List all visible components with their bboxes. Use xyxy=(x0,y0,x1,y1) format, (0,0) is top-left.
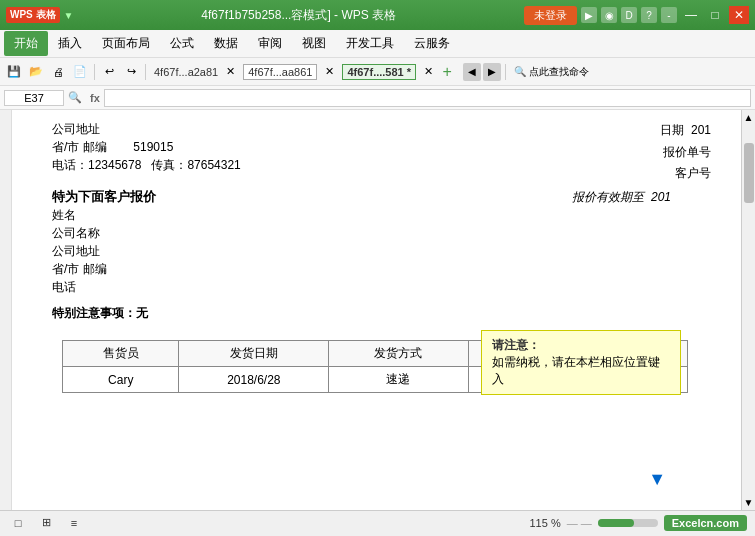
toolbar-sep1 xyxy=(94,64,95,80)
file-x2: ✕ xyxy=(325,65,334,78)
tooltip-title: 请注意： xyxy=(492,337,670,354)
toolbar-sep3 xyxy=(505,64,506,80)
customer-phone-label: 电话 xyxy=(52,278,76,296)
scroll-thumb[interactable] xyxy=(744,143,754,203)
print2-button[interactable]: 📄 xyxy=(70,62,90,82)
phone-value: 电话：12345678 xyxy=(52,156,141,174)
menu-item-dev[interactable]: 开发工具 xyxy=(336,31,404,56)
formula-input[interactable] xyxy=(104,89,751,107)
login-button[interactable]: 未登录 xyxy=(524,6,577,25)
toolbar-icon-1[interactable]: ▶ xyxy=(581,7,597,23)
scroll-up-button[interactable]: ▲ xyxy=(744,110,754,123)
cell-salesperson: Cary xyxy=(63,367,179,393)
menu-item-review[interactable]: 审阅 xyxy=(248,31,292,56)
company-name-row: 公司名称 xyxy=(52,224,711,242)
tooltip-content: 如需纳税，请在本栏相应位置键入 xyxy=(492,354,670,388)
name-label: 姓名 xyxy=(52,206,76,224)
toolbar-icon-5[interactable]: - xyxy=(661,7,677,23)
search-button[interactable]: 🔍 点此查找命令 xyxy=(510,62,593,82)
menu-item-insert[interactable]: 插入 xyxy=(48,31,92,56)
menu-item-data[interactable]: 数据 xyxy=(204,31,248,56)
print-button[interactable]: 🖨 xyxy=(48,62,68,82)
cell-reference-input[interactable] xyxy=(4,90,64,106)
status-left: □ ⊞ ≡ xyxy=(8,513,84,533)
quote-no-label: 报价单号 xyxy=(660,142,711,164)
maximize-button[interactable]: □ xyxy=(705,6,725,24)
table-header-shipdate: 发货日期 xyxy=(179,341,329,367)
phone-row: 电话：12345678 传真：87654321 xyxy=(52,156,711,174)
status-bar: □ ⊞ ≡ 115 % — — Excelcn.com xyxy=(0,510,755,534)
name-row: 姓名 xyxy=(52,206,711,224)
company-address-row: 公司地址 xyxy=(52,120,711,138)
zoom-level: 115 % xyxy=(529,517,560,529)
status-right: 115 % — — Excelcn.com xyxy=(529,515,747,531)
minimize-button[interactable]: — xyxy=(681,6,701,24)
company-name-label: 公司名称 xyxy=(52,224,100,242)
special-note-row: 特别注意事项：无 xyxy=(52,304,711,322)
title-bar: WPS 表格 ▼ 4f67f1b75b258...容模式] - WPS 表格 未… xyxy=(0,0,755,30)
file-x: ✕ xyxy=(226,65,235,78)
right-info: 日期 201 报价单号 客户号 xyxy=(660,120,711,185)
quote-title-row: 特为下面客户报价 报价有效期至 201 xyxy=(52,188,711,206)
redo-button[interactable]: ↪ xyxy=(121,62,141,82)
toolbar: 💾 📂 🖨 📄 ↩ ↪ 4f67f...a2a81 ✕ 4f67f...aa86… xyxy=(0,58,755,86)
table-header-shipmethod: 发货方式 xyxy=(329,341,468,367)
customer-address-row: 公司地址 xyxy=(52,242,711,260)
sheet-area: 日期 201 报价单号 客户号 公司地址 省/市 邮编 519015 电话：12… xyxy=(12,110,741,510)
vertical-scrollbar[interactable]: ▲ ▼ xyxy=(741,110,755,510)
menu-item-view[interactable]: 视图 xyxy=(292,31,336,56)
tab-nav: ◀ ▶ xyxy=(463,63,501,81)
city-zip-label: 省/市 邮编 xyxy=(52,260,107,278)
tooltip-box: 请注意： 如需纳税，请在本栏相应位置键入 xyxy=(481,330,681,395)
toolbar-sep2 xyxy=(145,64,146,80)
scroll-down-button[interactable]: ▼ xyxy=(744,497,754,510)
tab-prev-button[interactable]: ◀ xyxy=(463,63,481,81)
zoom-track xyxy=(598,519,634,527)
title-bar-right: 未登录 ▶ ◉ D ? - — □ ✕ xyxy=(524,6,749,25)
status-icon-page[interactable]: □ xyxy=(8,513,28,533)
toolbar-icon-3[interactable]: D xyxy=(621,7,637,23)
status-icon-grid[interactable]: ⊞ xyxy=(36,513,56,533)
toolbar-icon-4[interactable]: ? xyxy=(641,7,657,23)
scroll-down-arrow[interactable]: ▼ xyxy=(648,469,666,490)
menu-item-formula[interactable]: 公式 xyxy=(160,31,204,56)
tab-next-button[interactable]: ▶ xyxy=(483,63,501,81)
menu-item-home[interactable]: 开始 xyxy=(4,31,48,56)
save-button[interactable]: 💾 xyxy=(4,62,24,82)
fx-label: fx xyxy=(86,91,104,105)
title-bar-title: 4f67f1b75b258...容模式] - WPS 表格 xyxy=(73,7,524,24)
file-path: 4f67f...a2a81 xyxy=(154,66,218,78)
date-label: 日期 201 xyxy=(660,120,711,142)
file-path3-active[interactable]: 4f67f....581 * xyxy=(342,64,416,80)
special-note: 特别注意事项：无 xyxy=(52,304,148,322)
menu-item-page-layout[interactable]: 页面布局 xyxy=(92,31,160,56)
province-label: 省/市 邮编 xyxy=(52,138,107,156)
table-header-salesperson: 售货员 xyxy=(63,341,179,367)
quote-title: 特为下面客户报价 xyxy=(52,188,156,206)
open-button[interactable]: 📂 xyxy=(26,62,46,82)
toolbar-icon-2[interactable]: ◉ xyxy=(601,7,617,23)
formula-search-icon[interactable]: 🔍 xyxy=(64,90,86,105)
province-row: 省/市 邮编 519015 xyxy=(52,138,711,156)
customer-address-label: 公司地址 xyxy=(52,242,100,260)
menu-item-cloud[interactable]: 云服务 xyxy=(404,31,460,56)
row-header-strip xyxy=(0,110,12,510)
file-path2: 4f67f...aa861 xyxy=(243,64,317,80)
formula-bar: 🔍 fx xyxy=(0,86,755,110)
status-icon-layout[interactable]: ≡ xyxy=(64,513,84,533)
close-button[interactable]: ✕ xyxy=(729,6,749,24)
excelcn-logo: Excelcn.com xyxy=(664,515,747,531)
doc-content: 日期 201 报价单号 客户号 公司地址 省/市 邮编 519015 电话：12… xyxy=(12,110,741,510)
tab-add-button[interactable]: + xyxy=(437,62,457,82)
menu-bar: 开始 插入 页面布局 公式 数据 审阅 视图 开发工具 云服务 xyxy=(0,30,755,58)
spacer2 xyxy=(52,296,711,304)
file-x3: ✕ xyxy=(424,65,433,78)
title-bar-left: WPS 表格 ▼ xyxy=(6,7,73,23)
city-zip-row: 省/市 邮编 xyxy=(52,260,711,278)
zoom-slider[interactable] xyxy=(598,519,658,527)
title-bar-separator: ▼ xyxy=(64,10,74,21)
undo-button[interactable]: ↩ xyxy=(99,62,119,82)
customer-no-label: 客户号 xyxy=(660,163,711,185)
cell-shipdate: 2018/6/28 xyxy=(179,367,329,393)
customer-phone-row: 电话 xyxy=(52,278,711,296)
